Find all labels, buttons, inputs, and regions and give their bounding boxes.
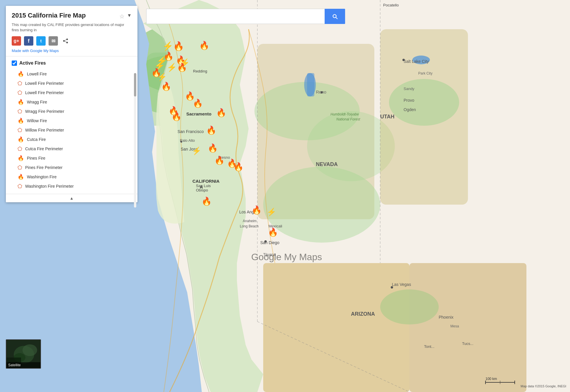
perimeter-icon: ⬠ [18, 164, 22, 171]
svg-text:Tont...: Tont... [424, 344, 434, 349]
perimeter-icon: ⬠ [18, 108, 22, 115]
svg-text:San Luis: San Luis [196, 184, 211, 188]
sidebar-description: This map created by CAL FIRE provides ge… [12, 22, 132, 33]
svg-rect-13 [307, 73, 314, 96]
email-share-button[interactable]: ✉ [49, 36, 58, 46]
svg-text:Redding: Redding [193, 69, 207, 73]
layer-item-pines-fire[interactable]: 🔥Pines Fire [12, 153, 132, 163]
svg-text:San Diego: San Diego [260, 240, 280, 245]
svg-point-16 [380, 289, 439, 324]
layer-item-washington-fire-perimeter[interactable]: ⬠Washington Fire Perimeter [12, 182, 132, 191]
svg-point-8 [263, 167, 380, 243]
perimeter-icon: ⬠ [18, 80, 22, 87]
layer-item-willow-fire[interactable]: 🔥Willow Fire [12, 116, 132, 125]
facebook-share-button[interactable]: f [24, 36, 33, 46]
svg-text:🔥: 🔥 [206, 125, 216, 135]
twitter-share-button[interactable]: t [36, 36, 46, 46]
star-icon[interactable]: ☆ [119, 13, 125, 20]
svg-point-56 [180, 141, 182, 143]
svg-text:Mesa: Mesa [450, 324, 459, 328]
active-fires-label[interactable]: Active Fires [19, 61, 46, 66]
svg-text:⚡: ⚡ [267, 207, 276, 217]
svg-text:Provo: Provo [404, 98, 414, 103]
svg-text:ARIZONA: ARIZONA [351, 311, 375, 317]
svg-text:Sacramento: Sacramento [186, 111, 211, 116]
made-with-google-maps-link[interactable]: Made with Google My Maps [12, 49, 59, 53]
layer-item-label: Wragg Fire [27, 100, 47, 104]
layer-item-washington-fire[interactable]: 🔥Washington Fire [12, 172, 132, 182]
svg-text:🔥: 🔥 [268, 227, 278, 237]
svg-text:🔥: 🔥 [193, 99, 203, 108]
layer-item-label: Cutca Fire Perimeter [25, 146, 63, 151]
layer-item-label: Pines Fire Perimeter [25, 165, 63, 170]
svg-rect-14 [263, 263, 409, 392]
sidebar: 2015 California Fire Map ☆ ▼ This map cr… [6, 6, 137, 202]
svg-text:🔥: 🔥 [216, 108, 226, 118]
layers-section: Active Fires 🔥Lowell Fire⬠Lowell Fire Pe… [6, 56, 137, 194]
satellite-thumbnail[interactable]: Satellite [6, 339, 41, 369]
svg-text:🔥: 🔥 [161, 82, 171, 91]
svg-point-55 [402, 59, 405, 61]
svg-text:Long Beach: Long Beach [240, 224, 259, 228]
layer-item-lowell-fire-perimeter-1[interactable]: ⬠Lowell Fire Perimeter [12, 79, 132, 88]
layer-item-lowell-fire[interactable]: 🔥Lowell Fire [12, 69, 132, 79]
svg-point-100 [23, 344, 37, 356]
search-input[interactable] [146, 9, 325, 24]
perimeter-icon: ⬠ [18, 89, 22, 96]
layer-item-lowell-fire-perimeter-2[interactable]: ⬠Lowell Fire Perimeter [12, 88, 132, 97]
svg-text:Park City: Park City [418, 71, 433, 75]
search-icon [332, 13, 338, 20]
layer-item-pines-fire-perimeter[interactable]: ⬠Pines Fire Perimeter [12, 163, 132, 172]
fire-icon: 🔥 [18, 155, 24, 161]
sidebar-title: 2015 California Fire Map [12, 12, 86, 19]
svg-text:Sandy: Sandy [404, 87, 414, 91]
svg-point-53 [321, 91, 323, 94]
svg-text:Humboldt-Toiyabe: Humboldt-Toiyabe [330, 112, 359, 116]
fire-icon: 🔥 [18, 136, 24, 143]
scroll-up-button[interactable]: ▲ [6, 194, 137, 202]
svg-text:San Francisco: San Francisco [178, 129, 204, 134]
svg-text:Google My Maps: Google My Maps [251, 252, 322, 262]
svg-text:Anaheim: Anaheim [243, 219, 256, 223]
svg-text:Tucs...: Tucs... [462, 341, 473, 346]
perimeter-icon: ⬠ [18, 127, 22, 133]
perimeter-icon: ⬠ [18, 183, 22, 189]
svg-text:⚡: ⚡ [192, 146, 202, 156]
svg-text:🔥: 🔥 [199, 41, 209, 50]
svg-line-94 [64, 39, 67, 41]
svg-text:🔥: 🔥 [208, 143, 218, 153]
layer-item-wragg-fire-perimeter[interactable]: ⬠Wragg Fire Perimeter [12, 107, 132, 116]
active-fires-checkbox[interactable] [12, 61, 17, 66]
svg-text:National Forest: National Forest [336, 117, 360, 121]
scrollbar-track[interactable] [134, 73, 136, 208]
layer-item-label: Willow Fire [27, 118, 47, 123]
svg-rect-15 [409, 263, 526, 392]
perimeter-icon: ⬠ [18, 146, 22, 152]
svg-text:Obispo: Obispo [196, 188, 208, 192]
layer-item-cutca-fire[interactable]: 🔥Cutca Fire [12, 135, 132, 144]
svg-text:Phoenix: Phoenix [439, 315, 454, 320]
layer-item-wragg-fire[interactable]: 🔥Wragg Fire [12, 97, 132, 107]
layer-item-label: Washington Fire [27, 175, 56, 179]
svg-text:⚡: ⚡ [157, 72, 167, 82]
layer-item-label: Willow Fire Perimeter [25, 128, 64, 132]
search-button[interactable] [325, 9, 345, 24]
svg-text:🔥: 🔥 [233, 162, 244, 172]
svg-text:Salt Lake City: Salt Lake City [404, 59, 429, 64]
layer-item-label: Cutca Fire [27, 137, 46, 142]
fire-icon: 🔥 [18, 174, 24, 180]
layer-item-cutca-fire-perimeter[interactable]: ⬠Cutca Fire Perimeter [12, 144, 132, 153]
share-icon [62, 38, 69, 44]
layer-item-willow-fire-perimeter[interactable]: ⬠Willow Fire Perimeter [12, 125, 132, 135]
svg-text:100 km: 100 km [485, 377, 497, 381]
svg-text:UTAH: UTAH [380, 114, 395, 120]
sidebar-actions: ☆ ▼ [119, 13, 132, 20]
scrollbar-thumb[interactable] [134, 73, 136, 96]
google-plus-share-button[interactable]: g+ [12, 36, 21, 46]
fire-icon: 🔥 [18, 118, 24, 124]
fire-icon: 🔥 [18, 71, 24, 77]
chevron-down-icon[interactable]: ▼ [127, 13, 132, 20]
svg-text:⚡🔥: ⚡🔥 [167, 63, 187, 72]
more-share-button[interactable] [61, 36, 70, 46]
social-icons: g+ f t ✉ [12, 36, 132, 46]
